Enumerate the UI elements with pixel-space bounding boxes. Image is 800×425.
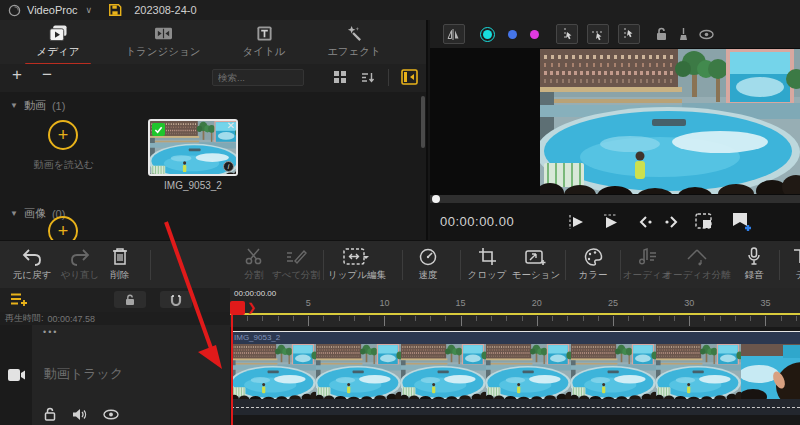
videoproc-window: VideoProc ∨ 202308-24-0 メディア トランジション (0, 0, 800, 425)
track-visibility-icon[interactable] (103, 409, 119, 420)
toolbar-divider (150, 250, 151, 280)
add-track-icon[interactable] (10, 292, 28, 307)
preview-timecode: 00:00:00.00 (440, 214, 514, 229)
snap-edge-icon[interactable] (618, 24, 640, 44)
delete-button[interactable]: 削除 (75, 246, 165, 282)
snap-vertical-icon[interactable] (556, 24, 578, 44)
playhead-line[interactable] (231, 315, 233, 425)
play-from-start-button[interactable] (566, 212, 586, 232)
library-toolbar: + − (0, 64, 426, 92)
library-scrollbar[interactable] (421, 96, 425, 148)
import-video-button[interactable]: + (48, 120, 78, 150)
grid-view-icon[interactable] (333, 70, 347, 84)
audio-baseline (231, 407, 800, 408)
preview-panel: 00:00:00.00 (430, 20, 800, 240)
timeline-clip[interactable]: IMG_9053_2 (231, 331, 800, 406)
add-media-button[interactable]: + (12, 65, 22, 85)
collapse-panel-icon[interactable] (401, 69, 418, 85)
playhead-grip[interactable] (230, 301, 245, 315)
preview-video (540, 49, 800, 194)
tab-media[interactable]: メディア (26, 20, 90, 64)
tab-transition[interactable]: トランジション (124, 20, 202, 64)
edit-toolbar: 元に戻す やり直し 削除 分割 すべて分割 リップル編集 速度 (0, 240, 800, 288)
title-tab-label: タイトル (243, 45, 286, 59)
section-collapse-icon[interactable]: ▼ (10, 101, 18, 110)
play-button[interactable] (601, 212, 623, 232)
snapshot-button[interactable] (694, 212, 715, 231)
import-image-button[interactable]: + (48, 216, 78, 240)
add-marker-button[interactable] (730, 211, 755, 232)
timeline-right: 00:00:00.00 5101520253035 IMG_9053_2 ❯ (230, 288, 800, 425)
lock-track-button[interactable] (114, 291, 146, 308)
search-input[interactable] (212, 69, 304, 86)
track-mute-icon[interactable] (72, 408, 87, 421)
media-panel: メディア トランジション タイトル エフェクト (0, 20, 428, 240)
ruler-labels: 5101520253035 (230, 298, 800, 309)
ripple-edit-icon (342, 246, 372, 266)
clear-preview-icon[interactable] (677, 27, 690, 41)
color-dot-cyan-selected[interactable] (480, 27, 495, 42)
scrubber-knob[interactable] (432, 195, 440, 203)
snap-magnet-button[interactable] (160, 291, 192, 308)
titlebar: VideoProc ∨ 202308-24-0 (0, 0, 800, 20)
text-icon (792, 246, 800, 266)
video-track-label: 動画トラック (44, 365, 123, 383)
sort-icon[interactable] (360, 70, 375, 85)
flip-icon[interactable] (443, 24, 465, 44)
motion-icon (524, 246, 548, 266)
app-menu-caret-icon[interactable]: ∨ (86, 5, 93, 15)
media-tab-icon (49, 25, 68, 42)
trash-icon (112, 246, 128, 266)
tab-bar: メディア トランジション タイトル エフェクト (0, 20, 426, 64)
app-name[interactable]: VideoProc (27, 4, 78, 16)
video-section-count: (1) (52, 100, 65, 112)
video-track-header[interactable]: ••• 動画トラック (0, 325, 230, 425)
playback-duration-value: 00:00:47.58 (48, 314, 96, 324)
track-menu-icon[interactable]: ••• (43, 327, 58, 337)
project-name: 202308-24-0 (134, 4, 196, 16)
text-button[interactable]: テ (755, 246, 800, 282)
playback-duration-label: 再生時間: (5, 312, 44, 325)
color-dot-blue[interactable] (508, 30, 517, 39)
track-type-strip (0, 325, 32, 425)
save-icon[interactable] (108, 3, 122, 17)
ruler-ticks[interactable] (230, 316, 800, 327)
snap-horizontal-icon[interactable] (587, 24, 609, 44)
clip-info-icon[interactable]: i (223, 161, 234, 172)
next-frame-button[interactable] (661, 214, 679, 230)
prev-frame-button[interactable] (638, 214, 656, 230)
effect-tab-icon (345, 25, 363, 42)
clip-frames (231, 344, 800, 399)
section-collapse-icon[interactable]: ▼ (10, 209, 18, 218)
transition-tab-label: トランジション (125, 45, 200, 59)
clip-audio-area (231, 399, 800, 415)
video-section-header[interactable]: ▼ 動画 (1) (10, 98, 65, 113)
preview-scrubber[interactable] (430, 195, 800, 203)
video-section-label: 動画 (24, 98, 46, 113)
player-controls: 00:00:00.00 (430, 203, 800, 240)
timeline: 再生時間: 00:00:47.58 ••• 動画トラック (0, 288, 800, 425)
remove-clip-icon[interactable]: ✕ (227, 121, 235, 131)
color-dot-magenta[interactable] (530, 30, 539, 39)
lock-preview-icon[interactable] (655, 27, 668, 41)
timeline-timecode: 00:00:00.00 (234, 289, 276, 298)
timeline-left: 再生時間: 00:00:47.58 ••• 動画トラック (0, 288, 230, 425)
toolbar-divider (388, 69, 389, 86)
tab-effect[interactable]: エフェクト (326, 20, 382, 64)
image-section-label: 画像 (24, 206, 46, 221)
title-tab-icon (256, 25, 273, 42)
remove-media-button[interactable]: − (42, 65, 52, 85)
library-clip-name: IMG_9053_2 (148, 180, 238, 191)
media-tab-label: メディア (37, 45, 80, 59)
selected-check-icon (152, 123, 165, 136)
audio-split-icon (686, 246, 708, 266)
tab-title[interactable]: タイトル (236, 20, 292, 64)
transition-tab-icon (154, 25, 173, 42)
import-video-label: 動画を読込む (22, 158, 106, 172)
track-lock-icon[interactable] (44, 407, 56, 421)
preview-stage[interactable] (430, 48, 800, 195)
timeline-track-toolbar (0, 288, 230, 312)
visibility-icon[interactable] (699, 29, 714, 40)
media-library: ▼ 動画 (1) + 動画を読込む ✕ i IMG_9053_2 ▼ 画像 (0… (0, 92, 426, 240)
library-clip-thumbnail[interactable]: ✕ i (148, 119, 238, 176)
